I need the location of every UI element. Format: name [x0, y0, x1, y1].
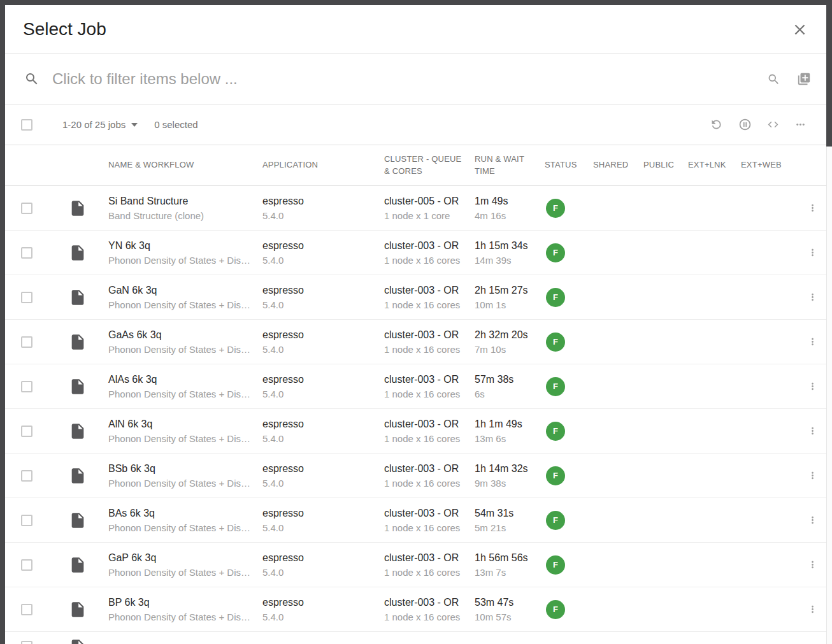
file-icon	[69, 244, 108, 262]
table-row[interactable]: AlAs 6k 3q Phonon Density of States + Di…	[5, 364, 826, 409]
run-time: 1h 15m 34s	[475, 240, 536, 252]
name-workflow-cell: YN 6k 3q Phonon Density of States + Dis…	[108, 240, 262, 266]
column-header-shared[interactable]: SHARED	[593, 159, 643, 171]
table-row[interactable]: BAs 6k 3q Phonon Density of States + Dis…	[5, 498, 826, 543]
run-wait-cell: 1h 56m 56s 13m 7s	[475, 552, 545, 578]
close-button[interactable]	[791, 21, 808, 38]
row-menu-button[interactable]	[807, 559, 818, 570]
nodes-cores: 1 node x 16 cores	[384, 478, 466, 489]
row-checkbox[interactable]	[21, 203, 32, 214]
row-menu-button[interactable]	[807, 381, 818, 392]
nodes-cores: 1 node x 1 core	[384, 210, 466, 221]
table-row[interactable]: YN 6k 3q Phonon Density of States + Dis……	[5, 231, 826, 275]
table-row[interactable]: Si Band Structure Band Structure (clone)…	[5, 186, 826, 231]
more-vert-icon	[807, 336, 818, 347]
workflow-name: Phonon Density of States + Dis…	[108, 389, 254, 399]
run-time: 1h 14m 32s	[475, 463, 536, 475]
row-checkbox[interactable]	[21, 381, 32, 392]
wait-time: 14m 39s	[475, 255, 536, 266]
row-checkbox[interactable]	[21, 559, 32, 571]
job-name: Si Band Structure	[108, 196, 254, 207]
row-menu-button[interactable]	[807, 247, 818, 258]
status-cell: F	[545, 511, 593, 530]
workflow-name: Phonon Density of States + Dis…	[108, 433, 254, 444]
file-icon	[69, 512, 108, 529]
application-cell: espresso 5.4.0	[262, 285, 384, 310]
column-header-extlnk[interactable]: EXT+LNK	[688, 159, 741, 171]
row-checkbox[interactable]	[21, 641, 32, 644]
table-row[interactable]: BSb 6k 3q Phonon Density of States + Dis…	[5, 454, 826, 498]
row-menu-button[interactable]	[807, 203, 818, 213]
job-name: GaAs 6k 3q	[108, 329, 254, 341]
code-view-button[interactable]	[767, 118, 779, 131]
more-vert-icon	[807, 381, 818, 392]
row-checkbox[interactable]	[21, 247, 32, 259]
row-checkbox[interactable]	[21, 515, 32, 526]
column-header-application[interactable]: APPLICATION	[262, 159, 384, 171]
nodes-cores: 1 node x 16 cores	[384, 389, 466, 399]
filter-bar	[5, 54, 826, 104]
select-all-checkbox[interactable]	[21, 119, 32, 131]
workflow-name: Phonon Density of States + Dis…	[108, 299, 254, 310]
application-name: espresso	[262, 374, 375, 385]
cluster-queue: cluster-003 - OR	[384, 463, 466, 475]
pause-button[interactable]	[738, 118, 752, 131]
cluster-queue: cluster-003 - OR	[384, 552, 466, 564]
row-checkbox[interactable]	[21, 604, 32, 615]
application-cell: espresso 5.4.0	[262, 329, 384, 355]
search-action-button[interactable]	[767, 73, 780, 86]
column-header-cluster[interactable]: CLUSTER - QUEUE & CORES	[384, 154, 475, 178]
row-checkbox[interactable]	[21, 336, 32, 348]
row-checkbox[interactable]	[21, 292, 32, 303]
refresh-button[interactable]	[710, 118, 723, 131]
table-row[interactable]: GaN 6k 3q Phonon Density of States + Dis…	[5, 275, 826, 320]
application-name: espresso	[262, 240, 375, 252]
run-wait-cell: 53m 47s 10m 57s	[475, 597, 545, 622]
row-menu-button[interactable]	[807, 426, 818, 436]
row-menu-button[interactable]	[807, 604, 818, 615]
file-icon	[69, 199, 108, 217]
application-name: espresso	[262, 419, 375, 430]
run-time: 57m 38s	[475, 374, 536, 385]
application-version: 5.4.0	[262, 612, 375, 622]
row-menu-button[interactable]	[807, 515, 818, 526]
more-vert-icon	[807, 426, 818, 436]
name-workflow-cell: Si Band Structure Band Structure (clone)	[108, 196, 262, 221]
name-workflow-cell: GaAs 6k 3q Phonon Density of States + Di…	[108, 329, 262, 355]
save-filter-button[interactable]	[797, 72, 811, 86]
application-version: 5.4.0	[262, 522, 375, 533]
table-row[interactable]: BP 6k 3q Phonon Density of States + Dis……	[5, 587, 826, 632]
column-header-status[interactable]: STATUS	[545, 159, 593, 171]
range-dropdown[interactable]: 1-20 of 25 jobs	[62, 119, 138, 130]
filter-input[interactable]	[52, 70, 767, 88]
cluster-cell	[384, 632, 475, 635]
run-wait-cell: 57m 38s 6s	[475, 374, 545, 399]
cluster-cell: cluster-003 - OR 1 node x 16 cores	[384, 597, 475, 622]
row-menu-button[interactable]	[807, 336, 818, 347]
column-header-runwait[interactable]: RUN & WAIT TIME	[475, 154, 545, 178]
column-header-name[interactable]: NAME & WORKFLOW	[108, 159, 262, 171]
table-row[interactable]: AlN 6k 3q Phonon Density of States + Dis…	[5, 409, 826, 454]
range-label: 1-20 of 25 jobs	[62, 119, 126, 130]
name-workflow-cell: BAs 6k 3q Phonon Density of States + Dis…	[108, 508, 262, 533]
column-header-public[interactable]: PUBLIC	[643, 159, 688, 171]
application-name: espresso	[262, 597, 375, 608]
row-checkbox[interactable]	[21, 426, 32, 437]
column-header-extweb[interactable]: EXT+WEB	[741, 159, 799, 171]
cluster-cell: cluster-005 - OR 1 node x 1 core	[384, 196, 475, 221]
row-menu-button[interactable]	[807, 470, 818, 481]
selected-count-label: 0 selected	[154, 119, 197, 130]
workflow-name: Band Structure (clone)	[108, 210, 254, 221]
run-time: 54m 31s	[475, 508, 536, 519]
row-checkbox[interactable]	[21, 470, 32, 482]
job-name: BSb 6k 3q	[108, 463, 254, 475]
table-row[interactable]: GaP 6k 3q Phonon Density of States + Dis…	[5, 543, 826, 587]
run-time: 1h 1m 49s	[475, 419, 536, 430]
row-menu-button[interactable]	[807, 292, 818, 303]
more-options-button[interactable]	[794, 118, 807, 131]
table-row[interactable]: GaAs 6k 3q Phonon Density of States + Di…	[5, 320, 826, 364]
cluster-cell: cluster-003 - OR 1 node x 16 cores	[384, 419, 475, 444]
cluster-cell: cluster-003 - OR 1 node x 16 cores	[384, 329, 475, 355]
table-row[interactable]	[5, 632, 826, 644]
scrollbar-thumb[interactable]	[826, 0, 832, 147]
